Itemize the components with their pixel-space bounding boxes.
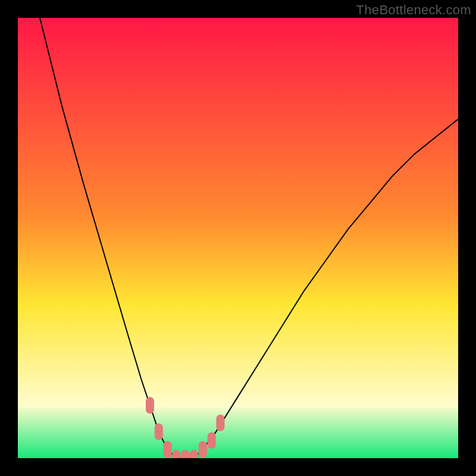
chart-frame: TheBottleneck.com	[0, 0, 476, 476]
marker-dot	[216, 415, 224, 431]
marker-dot	[146, 397, 154, 414]
marker-dot	[164, 441, 172, 458]
marker-dot	[190, 450, 198, 458]
marker-dot	[172, 450, 180, 458]
plot-area	[18, 18, 458, 458]
marker-dot	[181, 450, 189, 458]
gradient-background	[18, 18, 458, 458]
chart-svg	[18, 18, 458, 458]
marker-dot	[155, 424, 163, 440]
marker-dot	[208, 432, 216, 449]
marker-dot	[199, 441, 207, 458]
watermark-text: TheBottleneck.com	[356, 2, 471, 18]
